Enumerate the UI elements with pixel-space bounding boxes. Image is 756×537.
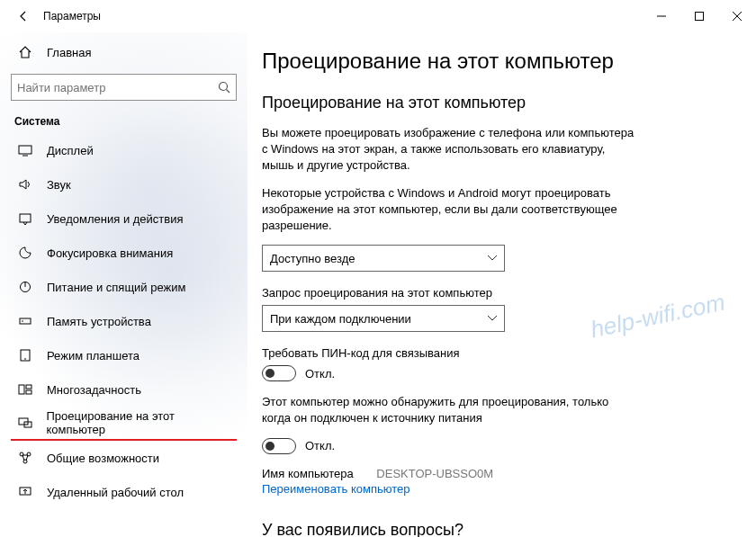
chevron-down-icon — [488, 316, 497, 321]
shared-icon — [16, 451, 34, 465]
intro-text: Вы можете проецировать изображение с тел… — [262, 125, 640, 175]
pin-label: Требовать ПИН-код для связывания — [262, 346, 731, 360]
nav-label: Многозадачность — [47, 383, 141, 397]
nav-label: Режим планшета — [47, 349, 140, 362]
search-icon — [218, 81, 230, 94]
nav-storage[interactable]: Память устройства — [11, 304, 237, 338]
tablet-icon — [16, 348, 34, 362]
page-title: Проецирование на этот компьютер — [262, 49, 731, 74]
nav-label: Общие возможности — [47, 452, 159, 465]
nav-multitask[interactable]: Многозадачность — [11, 372, 237, 407]
back-button[interactable] — [9, 10, 38, 22]
svg-rect-11 — [20, 318, 31, 324]
nav-projecting[interactable]: Проецирование на этот компьютер — [11, 407, 237, 441]
nav-power[interactable]: Питание и спящий режим — [11, 270, 237, 304]
availability-select[interactable]: Доступно везде — [262, 245, 505, 272]
focus-icon — [16, 246, 34, 260]
nav-label: Уведомления и действия — [47, 212, 184, 226]
search-field[interactable] — [17, 81, 218, 94]
power-label: Этот компьютер можно обнаружить для прое… — [262, 394, 622, 426]
nav-label: Проецирование на этот компьютер — [46, 409, 231, 436]
svg-rect-8 — [20, 214, 31, 222]
notifications-icon — [16, 211, 34, 226]
minimize-button[interactable] — [643, 3, 680, 30]
section-label: Система — [11, 115, 237, 128]
titlebar: Параметры — [0, 0, 756, 32]
nav-tablet[interactable]: Режим планшета — [11, 338, 237, 372]
main-content: Проецирование на этот компьютер Проециро… — [248, 32, 756, 537]
toggle-state: Откл. — [305, 439, 335, 452]
home-nav[interactable]: Главная — [11, 36, 237, 68]
questions-heading: У вас появились вопросы? — [262, 521, 731, 538]
pin-toggle[interactable] — [262, 365, 296, 381]
nav-shared[interactable]: Общие возможности — [11, 441, 237, 475]
select-value: При каждом подключении — [270, 312, 411, 326]
nav-notifications[interactable]: Уведомления и действия — [11, 201, 237, 236]
request-select[interactable]: При каждом подключении — [262, 305, 505, 332]
window-title: Параметры — [43, 10, 101, 22]
home-icon — [16, 45, 34, 59]
request-label: Запрос проецирования на этот компьютер — [262, 286, 731, 300]
nav-label: Удаленный рабочий стол — [47, 486, 184, 499]
nav-label: Дисплей — [47, 144, 94, 157]
nav-display[interactable]: Дисплей — [11, 133, 237, 167]
nav-sound[interactable]: Звук — [11, 167, 237, 201]
nav-label: Фокусировка внимания — [47, 246, 173, 260]
nav-remote[interactable]: Удаленный рабочий стол — [11, 475, 237, 509]
select-value: Доступно везде — [270, 252, 356, 265]
pc-name-row: Имя компьютера DESKTOP-UBSSO0M — [262, 467, 731, 480]
nav-label: Память устройства — [47, 315, 151, 328]
chevron-down-icon — [488, 255, 497, 261]
svg-rect-16 — [26, 385, 32, 389]
remote-icon — [16, 485, 34, 499]
svg-point-12 — [22, 320, 23, 322]
android-note: Некоторые устройства с Windows и Android… — [262, 185, 640, 235]
svg-rect-15 — [19, 385, 24, 394]
nav-focus[interactable]: Фокусировка внимания — [11, 236, 237, 270]
section-heading: Проецирование на этот компьютер — [262, 94, 731, 112]
display-icon — [16, 143, 34, 157]
window-controls — [643, 3, 756, 30]
maximize-button[interactable] — [680, 3, 718, 30]
sound-icon — [16, 177, 34, 192]
pc-name-value: DESKTOP-UBSSO0M — [376, 467, 493, 480]
projecting-icon — [16, 416, 33, 430]
rename-link[interactable]: Переименовать компьютер — [262, 482, 410, 496]
power-icon — [16, 280, 34, 294]
sidebar: Главная Система Дисплей Звук Уведомления… — [0, 32, 248, 537]
svg-rect-17 — [26, 390, 32, 394]
search-input[interactable] — [11, 74, 237, 101]
pc-name-label: Имя компьютера — [262, 467, 354, 480]
nav-label: Питание и спящий режим — [47, 281, 185, 294]
svg-point-4 — [220, 83, 228, 91]
svg-line-5 — [227, 90, 230, 94]
close-button[interactable] — [718, 3, 756, 30]
power-toggle[interactable] — [262, 438, 296, 454]
multitask-icon — [16, 382, 34, 397]
svg-rect-6 — [19, 146, 32, 154]
svg-rect-1 — [696, 13, 704, 21]
storage-icon — [16, 314, 34, 328]
home-label: Главная — [47, 46, 91, 59]
toggle-state: Откл. — [305, 367, 335, 380]
nav-label: Звук — [47, 178, 71, 192]
